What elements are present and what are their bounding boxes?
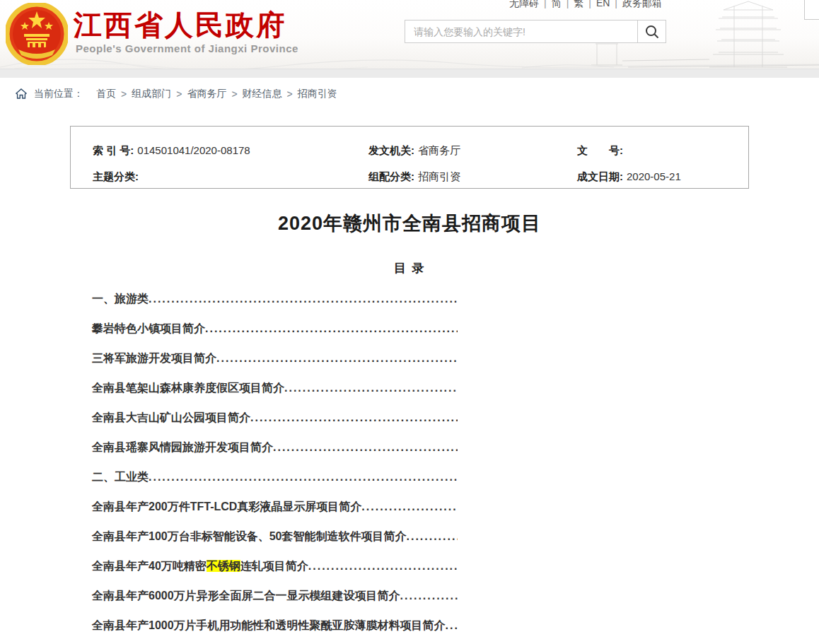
toc-leader-dots: ........................................… xyxy=(250,411,458,424)
toc-item-label: 全南县年产40万吨精密不锈钢连轧项目简介 xyxy=(92,559,308,574)
link-accessibility[interactable]: 无障碍 xyxy=(509,0,539,8)
breadcrumb-label: 当前位置： xyxy=(34,88,83,100)
toc-item-label: 全南县年产100万台非标智能设备、50套智能制造软件项目简介 xyxy=(92,529,407,544)
link-gov-mail[interactable]: 政务邮箱 xyxy=(622,0,662,8)
meta-group-category: 组配分类:招商引资 xyxy=(368,170,577,184)
toc-item: 全南县年产200万件TFT-LCD真彩液晶显示屏项目简介............… xyxy=(92,500,458,529)
page-title: 2020年赣州市全南县招商项目 xyxy=(70,211,749,236)
header-divider-strip xyxy=(0,69,819,78)
breadcrumb-separator: > xyxy=(231,88,237,100)
breadcrumb-finance-info[interactable]: 财经信息 xyxy=(243,88,282,100)
toc-item-label: 全南县笔架山森林康养度假区项目简介 xyxy=(92,381,284,396)
breadcrumb-separator: > xyxy=(176,88,182,100)
link-separator: | xyxy=(615,0,617,8)
meta-issue-date: 成文日期:2020-05-21 xyxy=(577,170,748,184)
toc-item: 一、旅游类...................................… xyxy=(92,292,458,322)
document-content: 索 引 号:014501041/2020-08178 发文机关:省商务厅 文 号… xyxy=(70,110,749,644)
meta-issuing-agency: 发文机关:省商务厅 xyxy=(368,144,577,158)
link-english[interactable]: EN xyxy=(596,0,610,8)
meta-index-number: 索 引 号:014501041/2020-08178 xyxy=(93,144,368,158)
toc-item-highlighted: 全南县年产40万吨精密不锈钢连轧项目简介....................… xyxy=(92,559,458,589)
toc-item-label: 一、旅游类 xyxy=(92,292,149,307)
toc-item: 二、工业类...................................… xyxy=(92,470,458,500)
toc-item-label: 三将军旅游开发项目简介 xyxy=(92,351,216,366)
meta-doc-number: 文 号: xyxy=(577,144,748,158)
search-icon xyxy=(644,24,660,40)
toc-leader-dots: ........................................… xyxy=(149,293,458,305)
meta-label: 发文机关: xyxy=(368,144,414,156)
search-button[interactable] xyxy=(637,21,666,42)
toc-leader-dots: ........................................… xyxy=(308,560,458,573)
toc-leader-dots: ........................................… xyxy=(446,619,458,632)
search-term-highlight: 不锈钢 xyxy=(207,560,240,572)
toc-leader-dots: ........................................… xyxy=(361,500,458,513)
link-traditional[interactable]: 繁 xyxy=(574,0,583,8)
meta-value: 2020-05-21 xyxy=(627,170,681,182)
toc-item: 全南县瑶寨风情园旅游开发项目简介........................… xyxy=(92,440,458,470)
site-title: 江西省人民政府 xyxy=(74,6,286,45)
link-separator: | xyxy=(588,0,591,8)
toc-heading: 目 录 xyxy=(70,260,749,276)
search-input[interactable] xyxy=(405,21,637,42)
link-simplified[interactable]: 简 xyxy=(552,0,562,8)
meta-value: 招商引资 xyxy=(418,170,460,182)
document-meta-box: 索 引 号:014501041/2020-08178 发文机关:省商务厅 文 号… xyxy=(70,126,749,189)
toc-item: 攀岩特色小镇项目简介..............................… xyxy=(92,322,458,351)
home-icon[interactable] xyxy=(16,88,27,99)
national-emblem-logo[interactable] xyxy=(6,3,68,65)
toc-item: 三将军旅游开发项目简介.............................… xyxy=(92,351,458,381)
toc-item: 全南县年产6000万片异形全面屏二合一显示模组建设项目简介...........… xyxy=(92,589,458,619)
breadcrumb-separator: > xyxy=(121,88,127,100)
toc-leader-dots: ........................................… xyxy=(407,530,458,543)
search-bar xyxy=(405,20,666,43)
toc-list: 一、旅游类...................................… xyxy=(92,292,458,644)
meta-label: 组配分类: xyxy=(368,170,414,182)
toc-item-label: 全南县年产200万件TFT-LCD真彩液晶显示屏项目简介 xyxy=(92,500,361,515)
toc-item-text-pre: 全南县年产40万吨精密 xyxy=(92,560,207,572)
toc-item-label: 攀岩特色小镇项目简介 xyxy=(92,322,205,336)
page: 江西省人民政府 People's Government of Jiangxi P… xyxy=(0,0,819,644)
site-subtitle: People's Government of Jiangxi Province xyxy=(76,42,298,54)
toc-item: 全南县笔架山森林康养度假区项目简介.......................… xyxy=(92,381,458,411)
site-header: 江西省人民政府 People's Government of Jiangxi P… xyxy=(0,0,819,69)
toc-leader-dots: ........................................… xyxy=(205,322,458,335)
breadcrumb-separator: > xyxy=(287,88,293,100)
meta-value: 省商务厅 xyxy=(418,144,460,156)
breadcrumb: 当前位置： 首页 > 组成部门 > 省商务厅 > 财经信息 > 招商引资 xyxy=(0,78,819,110)
link-separator: | xyxy=(567,0,569,8)
toc-item: 全南县大吉山矿山公园项目简介..........................… xyxy=(92,411,458,440)
toc-item: 全南县年产100万台非标智能设备、50套智能制造软件项目简介..........… xyxy=(92,529,458,559)
breadcrumb-investment[interactable]: 招商引资 xyxy=(298,88,337,100)
toc-item-label: 二、工业类 xyxy=(92,470,149,485)
toc-item-text-post: 连轧项目简介 xyxy=(240,560,308,572)
meta-label: 成文日期: xyxy=(577,170,623,182)
meta-label: 文 号: xyxy=(577,144,623,156)
corner-panel xyxy=(804,0,819,20)
meta-value: 014501041/2020-08178 xyxy=(137,144,250,156)
toc-item-label: 全南县瑶寨风情园旅游开发项目简介 xyxy=(92,440,273,455)
toc-item-label: 全南县大吉山矿山公园项目简介 xyxy=(92,411,250,426)
utility-links: 无障碍|简|繁|EN|政务邮箱 xyxy=(509,0,662,10)
toc-item: 全南县年产1000万片手机用功能性和透明性聚酰亚胺薄膜材料项目简介.......… xyxy=(92,619,458,644)
meta-label: 主题分类: xyxy=(93,170,139,182)
link-separator: | xyxy=(544,0,547,8)
toc-item-label: 全南县年产6000万片异形全面屏二合一显示模组建设项目简介 xyxy=(92,589,400,604)
meta-theme-category: 主题分类: xyxy=(93,170,368,184)
toc-leader-dots: ........................................… xyxy=(216,352,458,365)
breadcrumb-home[interactable]: 首页 xyxy=(96,88,116,100)
toc-leader-dots: ........................................… xyxy=(284,382,458,394)
breadcrumb-departments[interactable]: 组成部门 xyxy=(132,88,171,100)
toc-leader-dots: ........................................… xyxy=(273,441,458,454)
breadcrumb-commerce-dept[interactable]: 省商务厅 xyxy=(187,88,226,100)
toc-item-label: 全南县年产1000万片手机用功能性和透明性聚酰亚胺薄膜材料项目简介 xyxy=(92,619,446,633)
meta-label: 索 引 号: xyxy=(93,144,134,156)
toc-leader-dots: ........................................… xyxy=(149,471,458,484)
toc-leader-dots: ........................................… xyxy=(400,590,458,602)
